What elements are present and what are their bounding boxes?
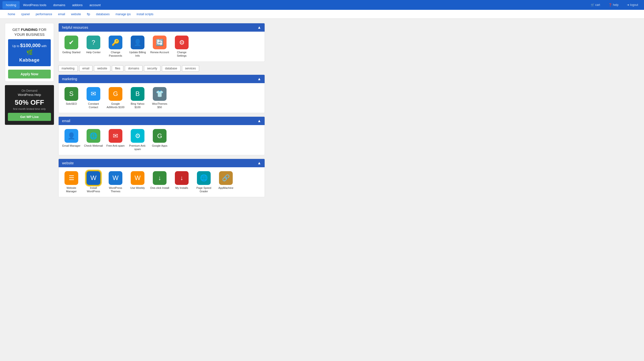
helpful-resources-panel: helpful resources ▲ ✔Getting Started?Hel…: [58, 23, 265, 62]
icon-box: ↓: [153, 171, 166, 185]
icon-item[interactable]: 👕WooThemes $50: [150, 87, 170, 109]
nav-account[interactable]: account: [86, 1, 104, 9]
filter-tab-services[interactable]: services: [182, 65, 199, 72]
marketing-body: SSoloSEO✉Constant ContactGGoogle AdWords…: [58, 83, 264, 113]
email-title: email: [62, 119, 70, 123]
icon-item[interactable]: 🌐Page Speed Grader: [194, 171, 214, 193]
icon-item[interactable]: ↓My Installs: [172, 171, 192, 193]
icon-box: G: [109, 87, 122, 101]
icon-label: Premium Anti-spam: [128, 144, 148, 151]
icon-box: ✔: [64, 36, 78, 49]
nav-domains[interactable]: domains: [50, 1, 69, 9]
icon-item[interactable]: SSoloSEO: [62, 87, 81, 109]
icon-item[interactable]: ✉Constant Contact: [84, 87, 103, 109]
help-link[interactable]: ❓ help: [605, 1, 622, 8]
website-title: website: [62, 161, 74, 165]
logout-link[interactable]: ➜ logout: [624, 1, 642, 8]
kabbage-ad: GET FUNDING FORYOUR BUSINESS Up to $100,…: [5, 23, 54, 82]
marketing-toggle[interactable]: ▲: [257, 77, 261, 81]
icon-label: Use Weebly: [130, 186, 145, 190]
icon-box: ?: [86, 36, 100, 49]
content-area: helpful resources ▲ ✔Getting Started?Hel…: [58, 23, 265, 200]
email-panel: email ▲ 👤Email Manager🌐Check Webmail✉Fre…: [58, 116, 265, 155]
filter-tab-marketing[interactable]: marketing: [58, 65, 78, 72]
icon-box: W: [86, 171, 100, 185]
website-toggle[interactable]: ▲: [257, 161, 261, 165]
icon-label: Bing Yahoo $100: [128, 102, 148, 109]
helpful-resources-toggle[interactable]: ▲: [257, 25, 261, 30]
filter-tab-security[interactable]: security: [144, 65, 160, 72]
nav-addons[interactable]: addons: [69, 1, 86, 9]
kabbage-leaf: 🌿: [10, 49, 48, 56]
subnav-cpanel[interactable]: cpanel: [18, 11, 32, 18]
subnav-install-scripts[interactable]: install scripts: [134, 11, 156, 18]
icon-item[interactable]: ✉Free Anti-spam: [106, 129, 125, 151]
icon-label: Change Passwords: [106, 50, 125, 58]
icon-box: ✉: [86, 87, 100, 101]
helpful-resources-title: helpful resources: [62, 26, 88, 30]
kabbage-apply-button[interactable]: Apply Now: [8, 70, 51, 78]
icon-label: One-click Install: [150, 186, 169, 190]
website-panel: website ▲ ☰Website ManagerWInstall WordP…: [58, 159, 265, 198]
icon-box: W: [109, 171, 122, 185]
subnav-databases[interactable]: databases: [93, 11, 112, 18]
filter-tab-files[interactable]: files: [112, 65, 123, 72]
icon-item[interactable]: 🔗AppMachine: [216, 171, 236, 193]
subnav-home[interactable]: home: [5, 11, 18, 18]
marketing-header: marketing ▲: [58, 75, 264, 83]
icon-item[interactable]: 🔄Renew Account: [150, 36, 170, 58]
main-container: GET FUNDING FORYOUR BUSINESS Up to $100,…: [0, 19, 270, 205]
icon-box: ⚙: [175, 36, 188, 49]
filter-tab-email[interactable]: email: [79, 65, 93, 72]
icon-item[interactable]: WWordPress Themes: [106, 171, 125, 193]
wp-on-demand-label: On Demand: [8, 89, 51, 92]
filter-tab-domains[interactable]: domains: [125, 65, 142, 72]
sub-navigation: home cpanel performance email website ft…: [0, 10, 644, 19]
nav-hosting[interactable]: hosting: [2, 1, 20, 9]
icon-box: ⚙: [131, 129, 144, 143]
icon-item[interactable]: ?Help Center: [84, 36, 103, 58]
kabbage-logo: Kabbage: [10, 58, 48, 63]
icon-item[interactable]: ↓One-click Install: [150, 171, 170, 193]
icon-item[interactable]: 👤Email Manager: [62, 129, 81, 151]
icon-item[interactable]: 👤Update Billing Info: [128, 36, 148, 58]
icon-item[interactable]: ⚙Premium Anti-spam: [128, 129, 148, 151]
filter-tab-database[interactable]: database: [162, 65, 180, 72]
filter-tab-website[interactable]: website: [94, 65, 110, 72]
top-navigation: hosting WordPress tools domains addons a…: [0, 0, 644, 10]
icon-item[interactable]: ✔Getting Started: [62, 36, 81, 58]
icon-item[interactable]: BBing Yahoo $100: [128, 87, 148, 109]
icon-label: AppMachine: [218, 186, 233, 190]
website-body: ☰Website ManagerWInstall WordPressWWordP…: [58, 167, 264, 197]
subnav-manage-ips[interactable]: manage ips: [112, 11, 134, 18]
cart-link[interactable]: 🛒 cart: [587, 1, 604, 8]
icon-label: Page Speed Grader: [194, 186, 214, 193]
icon-box: ↓: [175, 171, 188, 185]
icon-item[interactable]: WUse Weebly: [128, 171, 148, 193]
subnav-ftp[interactable]: ftp: [84, 11, 93, 18]
icon-item[interactable]: 🔑Change Passwords: [106, 36, 125, 58]
icon-item[interactable]: GGoogle AdWords $100: [106, 87, 125, 109]
icon-item[interactable]: 🌐Check Webmail: [84, 129, 103, 151]
icon-box: 🌐: [86, 129, 100, 143]
kabbage-upto: Up to $100,000 with: [10, 43, 48, 48]
nav-wordpress-tools[interactable]: WordPress tools: [20, 1, 50, 9]
icon-item[interactable]: ☰Website Manager: [62, 171, 81, 193]
get-wp-live-button[interactable]: Get WP Live: [8, 113, 51, 121]
icon-item[interactable]: WInstall WordPress: [84, 171, 103, 193]
kabbage-title: GET FUNDING FORYOUR BUSINESS: [8, 27, 51, 37]
icon-item[interactable]: GGoogle Apps: [150, 129, 170, 151]
email-toggle[interactable]: ▲: [257, 119, 261, 123]
icon-label: Renew Account: [150, 50, 169, 54]
icon-label: WordPress Themes: [106, 186, 125, 193]
icon-box: 🌐: [197, 171, 211, 185]
icon-label: Free Anti-spam: [106, 144, 125, 148]
icon-label: Google Apps: [152, 144, 168, 148]
subnav-email[interactable]: email: [55, 11, 68, 18]
subnav-website[interactable]: website: [68, 11, 84, 18]
icon-box: 🔑: [109, 36, 122, 49]
icon-label: Getting Started: [62, 50, 80, 54]
icon-item[interactable]: ⚙Change Settings: [172, 36, 192, 58]
icon-label: WooThemes $50: [150, 102, 170, 109]
subnav-performance[interactable]: performance: [32, 11, 55, 18]
